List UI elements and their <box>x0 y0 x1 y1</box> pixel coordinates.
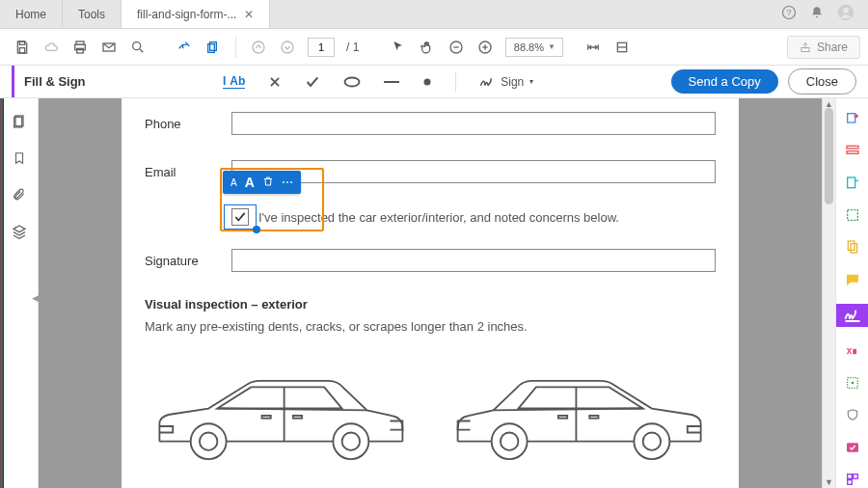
inspection-checkbox-label: I've inspected the car exterior/interior… <box>258 210 619 225</box>
vertical-scrollbar[interactable]: ▲ ▼ <box>822 98 835 488</box>
send-copy-button[interactable]: Send a Copy <box>671 69 778 94</box>
rr-redact-icon[interactable]: x∎ <box>843 342 862 359</box>
signature-field[interactable] <box>231 249 716 272</box>
page-number-input[interactable] <box>308 38 335 57</box>
scroll-down[interactable]: ▼ <box>823 477 835 487</box>
page-down-icon[interactable] <box>279 39 296 56</box>
page-total-label: / 1 <box>346 41 359 54</box>
svg-rect-12 <box>208 43 215 52</box>
svg-rect-53 <box>847 210 857 221</box>
cloud-icon[interactable] <box>42 39 60 56</box>
delete-icon[interactable] <box>262 176 274 190</box>
leftrail-collapse[interactable]: ◀ <box>32 293 39 303</box>
rr-organize-icon[interactable] <box>843 142 862 158</box>
svg-rect-58 <box>847 443 858 451</box>
svg-rect-60 <box>853 474 857 479</box>
print-icon[interactable] <box>71 39 89 56</box>
selection-outline <box>224 204 257 230</box>
share-button[interactable]: Share <box>787 36 860 59</box>
svg-rect-61 <box>847 480 852 485</box>
more-icon[interactable]: ⋯ <box>282 176 293 189</box>
phone-label: Phone <box>145 117 231 131</box>
svg-point-31 <box>200 432 217 449</box>
tool-sign[interactable]: Sign▾ <box>479 75 533 89</box>
tool-text[interactable]: IAb <box>223 74 245 89</box>
section-description: Mark any pre-existing dents, cracks, or … <box>145 319 716 334</box>
rr-export-icon[interactable] <box>843 110 862 126</box>
attachment-icon[interactable] <box>13 187 26 206</box>
tab-tools[interactable]: Tools <box>63 0 122 28</box>
hand-pan-icon[interactable] <box>419 39 436 56</box>
close-button[interactable]: Close <box>788 68 856 95</box>
thumbnails-icon[interactable] <box>12 114 27 133</box>
tool-line[interactable] <box>384 80 399 84</box>
right-rail: x∎ <box>835 98 868 488</box>
mail-icon[interactable] <box>100 39 118 56</box>
rr-combine-icon[interactable] <box>843 239 862 256</box>
tool-cross[interactable] <box>268 75 282 89</box>
rr-comment-icon[interactable] <box>843 271 862 287</box>
svg-point-3 <box>843 8 849 14</box>
svg-point-22 <box>345 77 360 86</box>
left-rail: ◀ <box>0 98 39 488</box>
rr-shield-icon[interactable] <box>843 407 862 423</box>
profile-icon[interactable] <box>837 4 854 24</box>
fit-width-icon[interactable] <box>584 39 602 56</box>
svg-point-30 <box>191 423 227 459</box>
annotation-toolbar[interactable]: A A ⋯ <box>223 171 301 194</box>
svg-rect-51 <box>847 151 858 154</box>
svg-point-14 <box>282 41 293 53</box>
scroll-thumb[interactable] <box>825 108 833 204</box>
text-smaller-icon[interactable]: A <box>231 177 237 188</box>
svg-point-13 <box>253 41 264 53</box>
tool-circle[interactable] <box>343 76 361 88</box>
svg-line-46 <box>494 409 643 411</box>
fill-sign-title: Fill & Sign <box>24 74 86 89</box>
tab-home[interactable]: Home <box>0 0 63 28</box>
help-icon[interactable]: ? <box>781 5 797 23</box>
tool-dot[interactable] <box>422 77 432 87</box>
svg-rect-48 <box>558 416 567 419</box>
fit-page-icon[interactable] <box>613 39 631 56</box>
zoom-in-icon[interactable] <box>476 39 494 56</box>
bell-icon[interactable] <box>810 6 824 22</box>
layers-icon[interactable] <box>12 224 27 243</box>
svg-rect-49 <box>847 113 854 122</box>
main-area: ◀ Phone Email A A ⋯ <box>0 98 868 488</box>
tool-check[interactable] <box>305 74 320 90</box>
rr-more-icon[interactable] <box>843 472 862 488</box>
document-canvas[interactable]: Phone Email A A ⋯ <box>39 98 822 488</box>
hand-drag-icon[interactable] <box>176 39 193 56</box>
rr-measure-icon[interactable] <box>843 374 862 391</box>
rr-protect-icon[interactable] <box>843 206 862 223</box>
email-field[interactable] <box>231 160 716 183</box>
svg-rect-5 <box>19 47 24 52</box>
car-left-side[interactable] <box>145 357 415 473</box>
email-label: Email <box>145 165 231 179</box>
save-icon[interactable] <box>14 39 31 56</box>
search-icon[interactable] <box>129 39 147 56</box>
zoom-out-icon[interactable] <box>448 39 465 56</box>
close-tab-icon[interactable]: ✕ <box>244 8 254 21</box>
svg-rect-50 <box>847 146 858 149</box>
copy-page-icon[interactable] <box>204 39 222 56</box>
select-arrow-icon[interactable] <box>390 39 407 56</box>
tab-document[interactable]: fill-and-sign-form-... ✕ <box>122 0 270 28</box>
car-right-side[interactable] <box>446 357 716 473</box>
rr-edit-icon[interactable] <box>843 175 862 191</box>
car-diagrams <box>145 357 716 473</box>
bookmark-icon[interactable] <box>13 150 26 170</box>
rr-fillsign-icon[interactable] <box>836 304 869 327</box>
selection-handle[interactable] <box>253 226 260 233</box>
page-up-icon[interactable] <box>250 39 267 56</box>
rr-optimize-icon[interactable] <box>843 439 862 455</box>
zoom-select[interactable]: 88.8%▼ <box>505 38 563 57</box>
svg-rect-37 <box>293 416 302 419</box>
svg-rect-47 <box>589 416 598 419</box>
svg-point-24 <box>424 78 431 85</box>
phone-field[interactable] <box>231 112 716 135</box>
svg-text:?: ? <box>786 8 791 17</box>
svg-point-42 <box>643 432 661 449</box>
pdf-page: Phone Email A A ⋯ <box>122 98 739 488</box>
text-larger-icon[interactable]: A <box>245 175 255 190</box>
